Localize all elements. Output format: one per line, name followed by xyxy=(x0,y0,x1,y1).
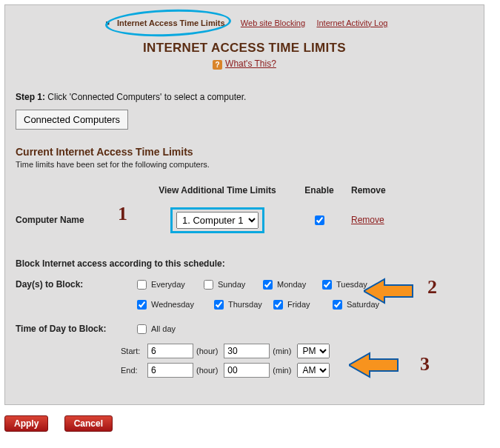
time-row-block: Time of Day to Block: All day Start: (ho… xyxy=(16,322,473,378)
col-view-head: View Additional Time Limits xyxy=(141,185,293,195)
tab-bar: ■Internet Access Time Limits Web site Bl… xyxy=(16,17,473,27)
annotation-number-3: 3 xyxy=(420,353,430,375)
end-min-unit: (min) xyxy=(273,366,291,375)
day-item-everyday[interactable]: Everyday xyxy=(134,278,201,292)
days-label: Day(s) to Block: xyxy=(16,278,134,290)
day-item-wednesday[interactable]: Wednesday xyxy=(134,298,211,312)
day-label: Saturday xyxy=(347,300,379,309)
cancel-button[interactable]: Cancel xyxy=(64,415,113,432)
day-item-friday[interactable]: Friday xyxy=(270,298,330,312)
whats-this-link[interactable]: What's This? xyxy=(225,58,276,69)
day-checkbox-friday[interactable] xyxy=(273,300,283,310)
enable-checkbox[interactable] xyxy=(315,215,324,225)
days-grid: EverydaySundayMondayTuesdayWednesdayThur… xyxy=(134,278,401,312)
end-min-input[interactable] xyxy=(224,363,270,378)
day-checkbox-thursday[interactable] xyxy=(214,300,224,310)
days-row: Day(s) to Block: EverydaySundayMondayTue… xyxy=(16,278,473,312)
current-limits-desc: Time limits have been set for the follow… xyxy=(16,160,473,169)
end-hour-input[interactable] xyxy=(147,363,193,378)
main-panel: ■Internet Access Time Limits Web site Bl… xyxy=(4,4,484,405)
all-day-label: All day xyxy=(151,324,176,333)
day-checkbox-tuesday[interactable] xyxy=(322,280,332,290)
end-hour-unit: (hour) xyxy=(196,366,218,375)
apply-button[interactable]: Apply xyxy=(4,415,48,432)
tab-time-limits-label: Internet Access Time Limits xyxy=(117,19,225,27)
day-checkbox-monday[interactable] xyxy=(263,280,273,290)
day-label: Sunday xyxy=(218,280,245,289)
tab-time-limits[interactable]: ■Internet Access Time Limits xyxy=(101,18,230,27)
day-item-tuesday[interactable]: Tuesday xyxy=(319,278,379,292)
col-enable-head: Enable xyxy=(293,185,345,195)
day-label: Tuesday xyxy=(336,280,367,289)
limits-table-header: View Additional Time Limits Enable Remov… xyxy=(16,185,473,195)
limits-table-row: Computer Name 1. Computer 1 Remove 1 xyxy=(16,207,473,233)
whats-this-row: ?What's This? xyxy=(16,58,473,69)
day-checkbox-wednesday[interactable] xyxy=(137,300,147,310)
start-min-input[interactable] xyxy=(224,344,270,358)
start-label: Start: xyxy=(121,347,147,355)
start-min-unit: (min) xyxy=(273,347,291,355)
day-checkbox-saturday[interactable] xyxy=(333,300,342,310)
bullet-icon: ■ xyxy=(106,19,110,27)
day-item-sunday[interactable]: Sunday xyxy=(201,278,260,292)
page-title: INTERNET ACCESS TIME LIMITS xyxy=(16,41,473,56)
annotation-highlight-select: 1. Computer 1 xyxy=(170,207,264,233)
tab-website-blocking[interactable]: Web site Blocking xyxy=(241,19,305,27)
button-bar: Apply Cancel xyxy=(4,415,500,432)
start-hour-unit: (hour) xyxy=(196,347,218,355)
time-label: Time of Day to Block: xyxy=(16,322,134,334)
day-item-thursday[interactable]: Thursday xyxy=(211,298,270,312)
step1-body: Click 'Connected Computers' to select a … xyxy=(45,92,246,102)
end-ampm-select[interactable]: AM xyxy=(297,363,330,378)
day-label: Monday xyxy=(277,280,306,289)
start-hour-input[interactable] xyxy=(147,344,193,358)
current-limits-head: Current Internet Access Time Limits xyxy=(16,146,473,158)
day-label: Friday xyxy=(287,300,310,309)
start-ampm-select[interactable]: PM xyxy=(297,344,330,358)
day-checkbox-everyday[interactable] xyxy=(137,280,147,290)
day-label: Wednesday xyxy=(151,300,194,309)
end-label: End: xyxy=(121,366,147,375)
tab-activity-log[interactable]: Internet Activity Log xyxy=(316,19,387,27)
day-item-saturday[interactable]: Saturday xyxy=(330,298,389,312)
day-label: Everyday xyxy=(151,280,185,289)
question-icon: ? xyxy=(213,60,222,70)
step1-prefix: Step 1: xyxy=(16,92,45,102)
day-checkbox-sunday[interactable] xyxy=(204,280,213,290)
annotation-number-1: 1 xyxy=(118,203,127,225)
schedule-head: Block Internet access according to this … xyxy=(16,258,473,269)
step1-text: Step 1: Click 'Connected Computers' to s… xyxy=(16,92,473,102)
remove-link[interactable]: Remove xyxy=(351,215,384,225)
all-day-checkbox[interactable] xyxy=(137,324,147,334)
annotation-number-2: 2 xyxy=(427,276,437,298)
day-item-monday[interactable]: Monday xyxy=(260,278,319,292)
col-remove-head: Remove xyxy=(345,185,410,195)
connected-computers-button[interactable]: Connected Computers xyxy=(16,110,128,130)
view-limits-select[interactable]: 1. Computer 1 xyxy=(176,212,259,229)
day-label: Thursday xyxy=(228,300,262,309)
